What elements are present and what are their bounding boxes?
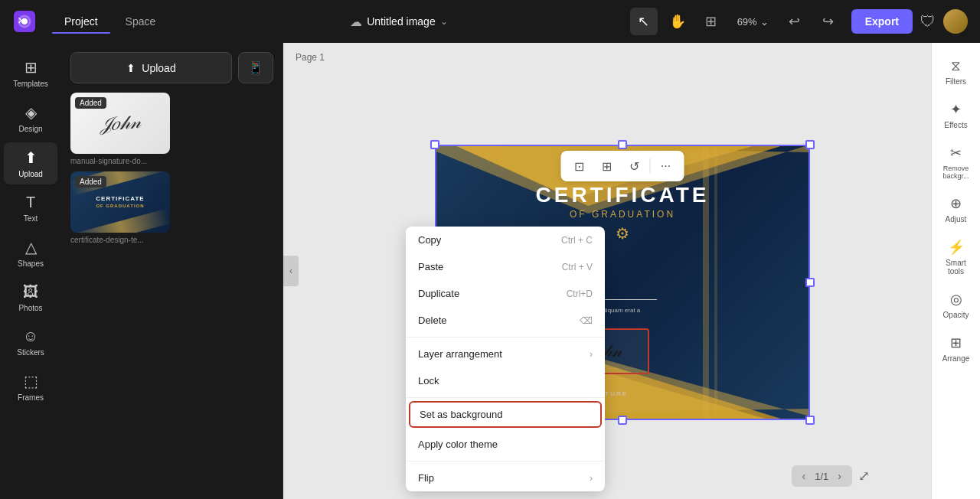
handle-top-center[interactable] xyxy=(618,140,627,149)
handle-bottom-right[interactable] xyxy=(805,416,815,425)
sidebar-item-shapes[interactable]: △ Shapes xyxy=(4,232,57,274)
handle-middle-right[interactable] xyxy=(805,278,815,287)
user-avatar[interactable] xyxy=(943,9,968,34)
rs-arrange[interactable]: ⊞ Arrange xyxy=(934,328,978,369)
topbar-center: ☁ Untitled image ⌄ xyxy=(177,15,620,29)
sidebar-item-text[interactable]: T Text xyxy=(4,188,57,229)
export-button[interactable]: Export xyxy=(851,9,913,34)
templates-icon: ⊞ xyxy=(24,58,38,77)
upload-panel: ⬆ Upload 📱 𝒥𝑜𝒽𝓃 Added manual-signature-d… xyxy=(61,43,283,499)
stickers-label: Stickers xyxy=(17,348,44,357)
sidebar-item-frames[interactable]: ⬚ Frames xyxy=(4,366,57,408)
filters-label: Filters xyxy=(946,77,966,86)
smart-tools-icon: ⚡ xyxy=(948,239,965,256)
thumb-2-badge: Added xyxy=(75,176,106,188)
ctx-divider-1 xyxy=(406,337,605,338)
ctx-apply-color-theme[interactable]: Apply color theme xyxy=(406,431,605,458)
app-logo[interactable] xyxy=(12,9,37,34)
redo-button[interactable]: ↪ xyxy=(815,8,842,35)
doc-title: Untitled image xyxy=(367,15,436,28)
topbar-right: Export 🛡 xyxy=(851,9,968,34)
shapes-label: Shapes xyxy=(18,259,44,268)
handle-bottom-center[interactable] xyxy=(618,416,627,425)
rs-remove-bg[interactable]: ✂ Remove backgr... xyxy=(934,139,978,186)
adjust-label: Adjust xyxy=(946,215,967,223)
upload-icon: ⬆ xyxy=(24,148,38,167)
ctx-lock-label: Lock xyxy=(418,375,439,386)
ctx-duplicate-label: Duplicate xyxy=(418,288,459,299)
ctx-flip[interactable]: Flip › xyxy=(406,465,605,491)
smart-tools-label: Smart tools xyxy=(937,259,975,276)
hand-tool-button[interactable]: ✋ xyxy=(664,8,691,35)
mobile-button[interactable]: 📱 xyxy=(238,52,273,83)
cert-subtitle: OF GRADUATION xyxy=(570,209,675,220)
arrange-icon: ⊞ xyxy=(950,334,962,351)
ctx-delete-label: Delete xyxy=(418,315,447,326)
ctx-copy-shortcut: Ctrl + C xyxy=(561,235,593,246)
sidebar-item-design[interactable]: ◈ Design xyxy=(4,97,57,139)
expand-button[interactable]: ⤢ xyxy=(858,468,870,484)
tab-space[interactable]: Space xyxy=(113,11,168,32)
sidebar-item-stickers[interactable]: ☺ Stickers xyxy=(4,321,57,363)
ctx-layer-label: Layer arrangement xyxy=(418,348,502,360)
panel-collapse-button[interactable]: ‹ xyxy=(283,256,299,286)
replace-button[interactable]: ↺ xyxy=(622,154,647,178)
upload-button[interactable]: ⬆ Upload xyxy=(70,52,232,83)
ctx-copy[interactable]: Copy Ctrl + C xyxy=(406,227,605,253)
panel-top-row: ⬆ Upload 📱 xyxy=(70,52,273,83)
crop-button[interactable]: ⊡ xyxy=(567,154,592,178)
thumb-2[interactable]: CERTIFICATEOF GRADUATION Added xyxy=(70,171,170,233)
sidebar-item-templates[interactable]: ⊞ Templates xyxy=(4,52,57,94)
doc-title-area: ☁ Untitled image ⌄ xyxy=(350,15,448,29)
ctx-duplicate[interactable]: Duplicate Ctrl+D xyxy=(406,280,605,307)
photos-label: Photos xyxy=(18,304,42,312)
ctx-paste-shortcut: Ctrl + V xyxy=(562,262,593,272)
rs-adjust[interactable]: ⊕ Adjust xyxy=(934,189,978,230)
shield-icon[interactable]: 🛡 xyxy=(920,13,936,31)
text-label: Text xyxy=(24,214,38,223)
handle-top-left[interactable] xyxy=(430,140,439,149)
cert-gear-icon: ⚙ xyxy=(616,224,629,243)
undo-button[interactable]: ↩ xyxy=(781,8,808,35)
topbar-tabs: Project Space xyxy=(52,11,168,32)
sidebar-item-photos[interactable]: 🖼 Photos xyxy=(4,277,57,318)
ctx-set-as-background[interactable]: Set as background xyxy=(409,401,602,428)
topbar-tools: ↖ ✋ ⊞ 69% ⌄ ↩ ↪ xyxy=(630,8,842,35)
prev-page-button[interactable]: ‹ xyxy=(799,468,809,484)
ctx-divider-2 xyxy=(406,397,605,398)
more-button[interactable]: ··· xyxy=(654,154,678,178)
floating-toolbar: ⊡ ⊞ ↺ ··· xyxy=(561,151,684,181)
thumb-1[interactable]: 𝒥𝑜𝒽𝓃 Added xyxy=(70,93,170,154)
handle-top-right[interactable] xyxy=(805,140,815,149)
thumb-2-label: certificate-design-te... xyxy=(70,236,170,244)
ctx-paste[interactable]: Paste Ctrl + V xyxy=(406,253,605,280)
ctx-lock[interactable]: Lock xyxy=(406,367,605,394)
ctx-layer-arrow: › xyxy=(590,349,593,360)
remove-bg-label: Remove backgr... xyxy=(937,165,975,180)
page-label: Page 1 xyxy=(296,52,325,63)
ctx-set-bg-label: Set as background xyxy=(420,409,502,420)
rs-filters[interactable]: ⧖ Filters xyxy=(934,52,978,92)
cert-title: CERTIFICATE xyxy=(535,183,709,207)
ctx-delete[interactable]: Delete ⌫ xyxy=(406,307,605,334)
arrange-label: Arrange xyxy=(942,354,970,363)
page-navigation: ‹ 1/1 › xyxy=(792,465,852,487)
sidebar-item-upload[interactable]: ⬆ Upload xyxy=(4,142,57,184)
thumbnail-item-1: 𝒥𝑜𝒽𝓃 Added manual-signature-do... xyxy=(70,93,170,165)
rs-effects[interactable]: ✦ Effects xyxy=(934,95,978,135)
rs-smart-tools[interactable]: ⚡ Smart tools xyxy=(934,233,978,282)
doc-chevron-icon[interactable]: ⌄ xyxy=(440,16,448,27)
bottom-bar: ‹ 1/1 › ⤢ xyxy=(792,465,870,487)
next-page-button[interactable]: › xyxy=(835,468,844,484)
cloud-icon: ☁ xyxy=(350,15,362,29)
tab-project[interactable]: Project xyxy=(52,11,110,32)
ctx-flip-label: Flip xyxy=(418,472,434,484)
ctx-layer-arrangement[interactable]: Layer arrangement › xyxy=(406,341,605,367)
zoom-selector[interactable]: 69% ⌄ xyxy=(731,13,775,31)
filters-icon: ⧖ xyxy=(951,58,961,74)
rs-opacity[interactable]: ◎ Opacity xyxy=(934,285,978,325)
select-tool-button[interactable]: ↖ xyxy=(630,8,658,35)
grid-button[interactable]: ⊞ xyxy=(595,154,619,178)
layout-button[interactable]: ⊞ xyxy=(697,8,725,35)
canvas-area[interactable]: Page 1 ‹ ⊡ ⊞ ↺ ··· xyxy=(283,43,931,499)
